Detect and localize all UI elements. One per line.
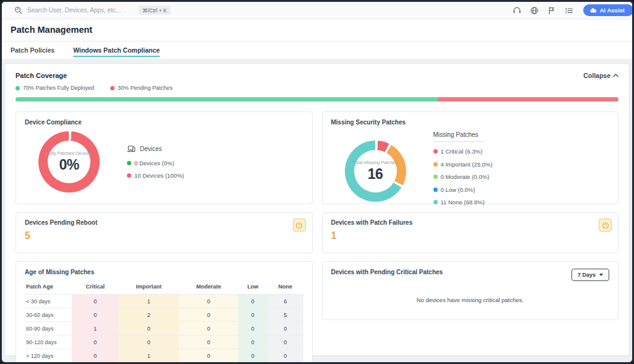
age-table: Patch Age Critical Important Moderate Lo… xyxy=(25,281,303,363)
donut-center-label: Total Missing Patches xyxy=(353,160,398,165)
legend-label: 1 Critical (6.3%) xyxy=(441,148,483,155)
patch-coverage-title: Patch Coverage xyxy=(15,72,67,79)
coverage-legend: 70% Patches Fully Deployed 30% Pending P… xyxy=(15,85,619,91)
cell-low: 0 xyxy=(238,349,268,363)
table-row: 30-60 days02005 xyxy=(25,308,303,322)
content-area: Patch Coverage Collapse 70% Patches Full… xyxy=(2,59,632,362)
legend-item-pending: 30% Pending Patches xyxy=(110,85,173,91)
cell-critical: 0 xyxy=(72,336,118,349)
legend-label: 4 Important (25.0%) xyxy=(441,161,493,168)
legend-label: 0 Moderate (0.0%) xyxy=(441,173,490,180)
support-headset-icon[interactable] xyxy=(513,6,521,15)
cell-moderate: 0 xyxy=(179,322,238,336)
legend-item-moderate: 0 Moderate (0.0%) xyxy=(433,173,493,180)
global-search[interactable]: ⌘/Ctrl + K xyxy=(14,6,513,15)
patch-age-cell: 60-90 days xyxy=(25,322,72,336)
legend-dot xyxy=(433,200,438,204)
cell-none: 0 xyxy=(267,322,303,336)
legend-item-not-patched: 10 Devices (100%) xyxy=(127,172,184,179)
col-moderate: Moderate xyxy=(179,281,238,295)
tab-label: Patch Policies xyxy=(11,46,54,54)
chevron-up-icon xyxy=(613,73,619,78)
device-compliance-legend: Devices 0 Devices (0%) 10 Devices (100%) xyxy=(127,145,184,179)
cell-critical: 0 xyxy=(72,295,118,308)
legend-item-fully-patched: 0 Devices (0%) xyxy=(127,160,184,167)
tabs-bar: Patch Policies Windows Patch Compliance xyxy=(2,41,632,59)
legend-item-important: 4 Important (25.0%) xyxy=(433,161,493,168)
search-input[interactable] xyxy=(27,7,134,14)
table-row: 90-120 days00000 xyxy=(25,336,303,349)
tasks-list-icon[interactable] xyxy=(565,6,573,15)
coverage-bar-pending xyxy=(438,97,619,102)
cell-moderate: 0 xyxy=(179,308,238,322)
legend-dot xyxy=(433,162,438,167)
tab-patch-policies[interactable]: Patch Policies xyxy=(11,41,54,59)
legend-label: 0 Low (0.0%) xyxy=(441,186,476,193)
app-window: ⌘/Ctrl + K xyxy=(0,0,634,364)
legend-header: Devices xyxy=(140,145,162,152)
patch-age-cell: 90-120 days xyxy=(25,336,72,349)
cell-critical: 0 xyxy=(72,349,118,363)
collapse-button[interactable]: Collapse xyxy=(583,72,619,79)
power-icon xyxy=(602,222,609,229)
legend-dot xyxy=(433,149,438,154)
pending-reboot-card: Devices Pending Reboot 5 xyxy=(15,212,313,253)
legend-dot xyxy=(127,161,131,165)
donut-center-value: 0% xyxy=(59,157,79,173)
cell-moderate: 0 xyxy=(179,295,238,308)
legend-item-none: 11 None (68.8%) xyxy=(433,199,493,206)
donut-center-value: 16 xyxy=(368,166,383,183)
device-compliance-card: Device Compliance Fully Patched Devices … xyxy=(15,111,313,204)
card-title: Devices with Pending Critical Patches xyxy=(331,269,443,275)
legend-dot xyxy=(15,86,20,90)
legend-dot xyxy=(127,173,131,178)
legend-label: 30% Pending Patches xyxy=(118,85,173,91)
topbar-icons: AI Assist xyxy=(513,4,628,16)
cell-none: 0 xyxy=(267,349,303,363)
patch-coverage-panel: Patch Coverage Collapse 70% Patches Full… xyxy=(4,63,630,356)
date-range-label: 7 Days xyxy=(578,272,596,278)
device-compliance-donut: Fully Patched Devices 0% xyxy=(38,131,100,193)
legend-item-critical: 1 Critical (6.3%) xyxy=(433,148,493,155)
cell-low: 0 xyxy=(238,336,268,349)
legend-label: 11 None (68.8%) xyxy=(441,199,485,206)
flag-icon[interactable] xyxy=(547,6,556,15)
patch-age-cell: > 120 days xyxy=(25,349,72,363)
cell-low: 0 xyxy=(238,308,268,322)
globe-icon[interactable] xyxy=(530,6,539,15)
card-title: Device Compliance xyxy=(25,119,303,126)
col-important: Important xyxy=(118,281,179,295)
cell-moderate: 0 xyxy=(179,349,238,363)
ai-assist-label: AI Assist xyxy=(600,7,625,14)
col-low: Low xyxy=(238,281,268,295)
card-title: Devices Pending Reboot xyxy=(25,219,305,226)
date-range-dropdown[interactable]: 7 Days xyxy=(571,269,609,281)
power-icon xyxy=(295,222,303,229)
age-of-missing-patches-card: Age of Missing Patches Patch Age Critica… xyxy=(15,261,313,364)
col-patch-age: Patch Age xyxy=(25,281,72,295)
missing-patches-legend: Missing Patches 1 Critical (6.3%) 4 Impo… xyxy=(433,131,493,212)
cell-none: 5 xyxy=(267,308,303,322)
table-header-row: Patch Age Critical Important Moderate Lo… xyxy=(25,281,303,295)
empty-state-text: No devices have missing critical patches… xyxy=(331,297,610,303)
collapse-label: Collapse xyxy=(583,72,610,79)
coverage-bar-deployed xyxy=(15,97,438,102)
pending-reboot-count: 5 xyxy=(25,230,305,241)
ai-assist-button[interactable]: AI Assist xyxy=(583,4,633,16)
cell-none: 0 xyxy=(267,336,303,349)
legend-header: Missing Patches xyxy=(433,131,485,142)
reboot-power-icon-button[interactable] xyxy=(293,219,306,232)
tab-windows-patch-compliance[interactable]: Windows Patch Compliance xyxy=(73,41,160,59)
cell-important: 1 xyxy=(118,349,179,363)
failures-power-icon-button[interactable] xyxy=(599,219,612,232)
card-title: Devices with Patch Failures xyxy=(331,219,611,226)
age-table-body: < 30 days0100630-60 days0200560-90 days1… xyxy=(25,295,303,363)
table-row: > 120 days01000 xyxy=(25,349,303,363)
table-row: 60-90 days10000 xyxy=(25,322,303,336)
legend-item-deployed: 70% Patches Fully Deployed xyxy=(15,85,94,91)
cell-moderate: 0 xyxy=(179,336,238,349)
legend-item-low: 0 Low (0.0%) xyxy=(433,186,493,193)
cell-none: 6 xyxy=(267,295,303,308)
card-title: Age of Missing Patches xyxy=(25,269,303,275)
ai-cloud-icon xyxy=(589,7,597,13)
